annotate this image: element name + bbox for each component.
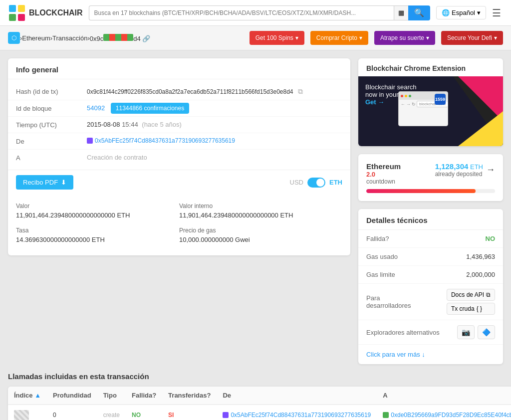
alt-label: Exploradores alternativos xyxy=(366,329,440,336)
right-panel: Blockchair Chrome Extension Blockchair s… xyxy=(358,58,503,364)
valor-amount: 11,901,464.239480000000000000 ETH xyxy=(16,211,175,219)
link-icon[interactable]: 🔗 xyxy=(142,35,150,42)
svg-rect-2 xyxy=(9,14,16,21)
logo-icon xyxy=(8,4,26,22)
dev-row: Paradesarrolladores Docs de API ⧉ Tx cru… xyxy=(358,284,503,320)
from-label: De xyxy=(16,137,81,145)
fallida-value: NO xyxy=(486,235,496,242)
progress-bar xyxy=(366,189,495,193)
logo[interactable]: BLOCKCHAIR xyxy=(8,4,83,22)
col-a[interactable]: A xyxy=(377,387,511,405)
copy-icon[interactable]: ⧉ xyxy=(298,87,303,95)
dot-green xyxy=(409,95,411,97)
tx-cruda-button[interactable]: Tx cruda { } xyxy=(447,303,495,315)
eth-card-header: Ethereum 2.0 countdown 1,128,304 ETH alr… xyxy=(366,162,495,185)
alt-icon-2[interactable]: 🔷 xyxy=(478,325,495,339)
hash-value: 0x9c81f44c29ff0226f835cd0a8a2f2a7eca6db5… xyxy=(87,87,342,96)
logo-text: BLOCKCHAIR xyxy=(29,8,83,17)
usd-label: USD xyxy=(290,179,303,186)
svg-rect-1 xyxy=(18,5,25,12)
home-icon[interactable]: ⬡ xyxy=(8,32,20,44)
valor-interno-amount: 11,901,464.239480000000000000 ETH xyxy=(179,211,338,219)
col-transferidas[interactable]: Transferidas? xyxy=(162,387,217,405)
chrome-ext-card: Blockchair Chrome Extension Blockchair s… xyxy=(358,58,503,146)
search-bar: ▦ 🔍 xyxy=(89,5,430,20)
tasa-label: Tasa xyxy=(16,227,175,234)
click-more-link[interactable]: Click para ver más ↓ xyxy=(358,345,503,364)
eth-card-left: Ethereum 2.0 countdown xyxy=(366,162,401,185)
breadcrumb-bar: ⬡ › Ethereum › Transacción › 0x9cd4 🔗 Ge… xyxy=(0,26,511,50)
browser-mockup: ←→↻ blockchair.com 1559 xyxy=(398,91,448,126)
to-row: A Creación de contrato xyxy=(8,150,350,166)
ext-banner: Blockchair search now in your browser Ge… xyxy=(358,76,503,146)
llamadas-title: Llamadas incluidas en esta transacción xyxy=(8,372,503,381)
block-link[interactable]: 54092 xyxy=(87,104,105,112)
main-layout: Info general Hash (id de tx) 0x9c81f44c2… xyxy=(0,50,511,372)
values-grid: Valor 11,901,464.239480000000000000 ETH … xyxy=(8,195,350,255)
breadcrumb-chain[interactable]: Ethereum xyxy=(22,34,50,42)
detalles-title: Detalles técnicos xyxy=(358,209,503,230)
language-button[interactable]: 🌐 Español ▾ xyxy=(436,6,486,19)
eth-arrow-icon[interactable]: → xyxy=(486,165,495,175)
action-buttons-row: Get 100 Spins ▾ Comprar Cripto ▾ Atrape … xyxy=(250,31,503,45)
get-link[interactable]: Get → xyxy=(365,98,384,106)
col-indice[interactable]: Índice ▲ xyxy=(8,387,47,405)
eth-currency-label: ETH xyxy=(329,179,342,186)
spins-button[interactable]: Get 100 Spins ▾ xyxy=(250,31,304,45)
breadcrumb-section[interactable]: Transacción xyxy=(52,34,87,42)
eth-card-right: 1,128,304 ETH already deposited → xyxy=(435,162,495,178)
pdf-button[interactable]: Recibo PDF ⬇ xyxy=(16,175,73,190)
dev-label: Paradesarrolladores xyxy=(366,294,411,309)
api-icon: ⧉ xyxy=(486,291,491,298)
col-fallida[interactable]: Fallida? xyxy=(126,387,162,405)
fallida-row: Fallida? NO xyxy=(358,230,503,248)
dot-red xyxy=(401,95,403,97)
hamburger-icon: ☰ xyxy=(492,7,501,18)
search-button[interactable]: 🔍 xyxy=(408,5,430,20)
alt-icons: 📷 🔷 xyxy=(457,325,495,339)
tasa-amount: 14.369630000000000000 ETH xyxy=(16,236,175,243)
cell-a: 0xde0B295669a9FD93d5F28D9Ec85E40f4cb697.… xyxy=(377,405,511,420)
header-right: 🌐 Español ▾ ☰ xyxy=(436,5,503,21)
address-icon xyxy=(87,138,93,144)
valor-interno-label: Valor interno xyxy=(179,203,338,210)
eth-deposited: already deposited xyxy=(435,171,483,178)
col-de[interactable]: De xyxy=(217,387,377,405)
docs-api-button[interactable]: Docs de API ⧉ xyxy=(447,289,495,301)
secure-button[interactable]: Secure Your Defi ▾ xyxy=(441,31,503,45)
atrape-button[interactable]: Atrape su suerte ▾ xyxy=(374,31,435,45)
llamadas-table: Índice ▲ Profundidad Tipo Fallida? Trans… xyxy=(8,387,511,420)
detalles-card: Detalles técnicos Fallida? NO Gas usado … xyxy=(358,209,503,364)
a-addr-link[interactable]: 0xde0B295669a9FD93d5F28D9Ec85E40f4cb697.… xyxy=(391,412,511,419)
from-address-link[interactable]: 0x5AbFEc25f74Cd88437631a7731906932776356… xyxy=(95,137,235,144)
cell-tipo: create xyxy=(97,405,126,420)
qr-button[interactable]: ▦ xyxy=(394,5,408,20)
col-profundidad[interactable]: Profundidad xyxy=(47,387,97,405)
precio-gas-amount: 10,000.000000000 Gwei xyxy=(179,236,338,243)
search-input[interactable] xyxy=(89,5,394,20)
currency-switch[interactable] xyxy=(307,178,325,188)
table-body: 0 create NO SI 0x5AbFEc25f74Cd88437631a7… xyxy=(8,405,511,420)
de-addr-link[interactable]: 0x5AbFEc25f74Cd88437631a7731906932776356… xyxy=(231,412,371,419)
svg-rect-0 xyxy=(9,5,16,12)
qr-icon: ▦ xyxy=(398,9,404,16)
code-icon: { } xyxy=(477,305,482,312)
currency-toggle: USD ETH xyxy=(290,178,342,188)
eth-subtitle: 2.0 xyxy=(366,171,401,178)
fallida-label: Fallida? xyxy=(366,235,389,242)
cell-fallida: NO xyxy=(126,405,162,420)
gas-limite-label: Gas limite xyxy=(366,271,395,278)
precio-gas-label: Precio de gas xyxy=(179,227,338,234)
sort-icon-indice: ▲ xyxy=(34,392,41,399)
gas-usado-label: Gas usado xyxy=(366,253,398,260)
col-tipo[interactable]: Tipo xyxy=(97,387,126,405)
ext-icon-badge: 1559 xyxy=(435,94,446,105)
alt-icon-1[interactable]: 📷 xyxy=(457,325,475,339)
info-general-card: Info general Hash (id de tx) 0x9c81f44c2… xyxy=(8,58,350,255)
comprar-button[interactable]: Comprar Cripto ▾ xyxy=(310,31,368,45)
eth-unit: ETH xyxy=(470,163,483,171)
translate-icon: 🌐 xyxy=(442,9,450,16)
menu-button[interactable]: ☰ xyxy=(490,5,503,21)
eth-countdown: countdown xyxy=(366,178,401,185)
valor-item: Valor 11,901,464.239480000000000000 ETH xyxy=(16,199,179,223)
